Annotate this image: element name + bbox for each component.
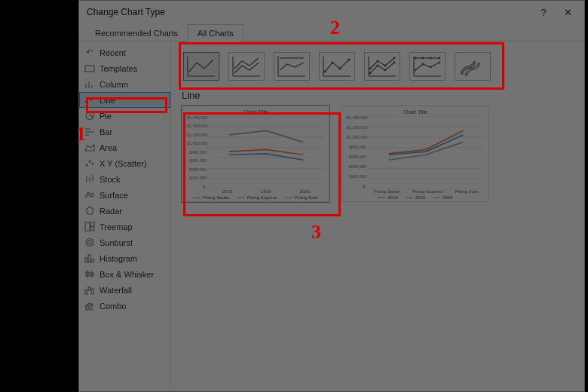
column-chart-icon: [84, 79, 95, 90]
sidebar-item-label: Bar: [100, 127, 112, 136]
sidebar-item-waterfall[interactable]: Waterfall: [79, 282, 170, 298]
subtype-3d-line[interactable]: [455, 52, 491, 81]
sidebar-item-radar[interactable]: Radar: [79, 203, 170, 219]
dialog-tabstrip: Recommended Charts All Charts: [79, 23, 584, 41]
sidebar-item-label: Combo: [100, 302, 126, 311]
subtype-line[interactable]: [183, 52, 219, 81]
svg-point-39: [377, 65, 379, 67]
sidebar-item-column[interactable]: Column: [79, 76, 170, 92]
chart-subtype-row: [179, 47, 577, 90]
svg-point-10: [86, 164, 87, 166]
chart-preview-2[interactable]: Chart Title $1,400,000$1,200,000$1,000,0…: [341, 106, 489, 202]
sidebar-item-surface[interactable]: Surface: [79, 187, 170, 203]
sidebar-item-label: Surface: [100, 191, 128, 200]
scatter-chart-icon: [84, 158, 95, 169]
sunburst-chart-icon: [84, 237, 95, 248]
svg-point-51: [422, 63, 424, 66]
svg-marker-16: [86, 207, 93, 214]
sidebar-item-line[interactable]: Line: [79, 92, 170, 108]
sidebar-item-stock[interactable]: Stock: [79, 171, 170, 187]
svg-rect-24: [91, 259, 93, 262]
selected-chart-type-name: Line: [179, 90, 577, 106]
svg-point-45: [394, 57, 396, 60]
svg-rect-31: [91, 289, 93, 294]
svg-point-48: [430, 57, 432, 60]
bar-chart-icon: [84, 127, 95, 137]
svg-point-35: [331, 61, 333, 63]
svg-rect-17: [85, 222, 90, 231]
subtype-100-stacked-line[interactable]: [274, 52, 310, 81]
svg-point-46: [415, 57, 417, 60]
sidebar-item-label: Sunburst: [100, 238, 133, 247]
svg-point-20: [86, 239, 93, 247]
svg-rect-19: [90, 227, 94, 231]
preview-legend: 2018 2019 2020: [347, 195, 484, 200]
pie-chart-icon: [84, 111, 95, 121]
sidebar-item-label: Line: [100, 96, 115, 105]
svg-point-40: [384, 69, 387, 72]
tab-recommended-charts[interactable]: Recommended Charts: [85, 24, 188, 41]
svg-point-12: [92, 163, 93, 164]
svg-point-11: [89, 161, 90, 162]
svg-point-38: [369, 72, 372, 75]
undo-icon: ↶: [84, 47, 95, 58]
sidebar-item-recent[interactable]: ↶ Recent: [79, 44, 170, 60]
sidebar-item-label: Box & Whisker: [100, 270, 154, 279]
svg-point-42: [369, 68, 372, 70]
sidebar-item-scatter[interactable]: X Y (Scatter): [79, 155, 170, 171]
preview-x-axis: 201820192020: [187, 189, 324, 194]
stock-chart-icon: [84, 174, 95, 185]
svg-point-53: [439, 62, 441, 64]
surface-chart-icon: [84, 190, 95, 201]
combo-chart-icon: [84, 301, 95, 311]
sidebar-item-label: Waterfall: [100, 286, 132, 295]
svg-rect-29: [85, 290, 87, 294]
sidebar-item-area[interactable]: Area: [79, 139, 170, 155]
preview-plot-area: [208, 116, 324, 189]
subtype-stacked-line-markers[interactable]: [364, 52, 400, 81]
svg-rect-22: [85, 258, 87, 262]
svg-point-44: [384, 65, 387, 67]
svg-point-43: [377, 60, 379, 63]
preview-y-axis: $1,400,000$1,200,000$1,000,000$800,000$4…: [347, 116, 368, 189]
svg-rect-18: [90, 222, 94, 226]
svg-point-36: [338, 67, 341, 69]
subtype-line-markers[interactable]: [319, 52, 355, 81]
svg-point-34: [323, 70, 326, 72]
preview-title: Chart Title: [347, 109, 484, 115]
tab-all-charts[interactable]: All Charts: [188, 24, 243, 41]
dialog-title: Change Chart Type: [87, 7, 531, 17]
sidebar-item-treemap[interactable]: Treemap: [79, 219, 170, 234]
svg-point-52: [430, 66, 432, 69]
sidebar-item-label: X Y (Scatter): [100, 159, 147, 168]
help-button[interactable]: ?: [531, 2, 556, 22]
svg-point-49: [439, 57, 441, 60]
sidebar-item-bar[interactable]: Bar: [79, 124, 170, 139]
svg-point-21: [87, 240, 91, 244]
sidebar-item-templates[interactable]: Templates: [79, 60, 170, 76]
chart-previews: Chart Title $1,400,000$1,400,000$1,200,0…: [179, 106, 577, 202]
sidebar-item-label: Templates: [100, 64, 137, 73]
treemap-chart-icon: [84, 222, 95, 232]
radar-chart-icon: [84, 206, 95, 216]
subtype-100-stacked-line-markers[interactable]: [409, 52, 446, 81]
sidebar-item-combo[interactable]: Combo: [79, 298, 170, 314]
sidebar-item-label: Pie: [100, 112, 112, 121]
preview-x-axis: Pising SedanPising SuperiorPising Sofa: [347, 189, 484, 194]
sidebar-item-box-whisker[interactable]: Box & Whisker: [79, 266, 170, 282]
sidebar-item-label: Stock: [100, 175, 121, 184]
sidebar-item-label: Recent: [100, 48, 126, 57]
sidebar-item-pie[interactable]: Pie: [79, 108, 170, 124]
svg-rect-0: [85, 66, 94, 72]
line-chart-icon: [84, 95, 95, 106]
chart-preview-1[interactable]: Chart Title $1,400,000$1,400,000$1,200,0…: [182, 106, 329, 202]
sidebar-item-sunburst[interactable]: Sunburst: [79, 234, 170, 250]
svg-point-37: [348, 58, 350, 60]
sidebar-item-label: Radar: [100, 207, 122, 216]
subtype-stacked-line[interactable]: [228, 52, 265, 81]
close-button[interactable]: ✕: [556, 2, 580, 22]
folder-icon: [84, 63, 95, 74]
sidebar-item-label: Area: [100, 143, 117, 152]
sidebar-item-histogram[interactable]: Histogram: [79, 250, 170, 266]
preview-y-axis: $1,400,000$1,400,000$1,200,000$1,000,000…: [187, 116, 208, 189]
